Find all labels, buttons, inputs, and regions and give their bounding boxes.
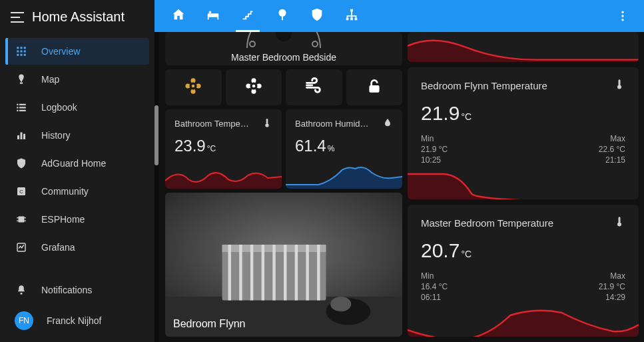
mini-chart-humid xyxy=(286,161,402,189)
svg-rect-1 xyxy=(21,47,23,49)
svg-rect-64 xyxy=(619,80,621,86)
wind-button[interactable] xyxy=(286,69,342,105)
max-val: 21.9 °C xyxy=(599,282,625,291)
lock-open-icon xyxy=(366,77,383,97)
svg-rect-12 xyxy=(17,107,18,108)
svg-rect-11 xyxy=(19,104,26,105)
min-label: Min xyxy=(421,134,448,143)
scrollbar-thumb[interactable] xyxy=(155,105,159,165)
bedside-label: Master Bedroom Bedside xyxy=(172,52,396,63)
chart-icon xyxy=(15,129,28,142)
svg-rect-15 xyxy=(19,110,26,111)
top-chart-card[interactable] xyxy=(408,32,639,62)
nav-item-history[interactable]: History xyxy=(5,122,149,149)
thermometer-icon xyxy=(262,117,272,130)
fan-button-1[interactable] xyxy=(165,69,222,105)
tab-security[interactable] xyxy=(301,0,333,32)
bathroom-temp-card[interactable]: Bathroom Tempe… 23.9°C xyxy=(165,109,282,189)
nav-list: Overview Map Logbook History AdGuard Hom… xyxy=(0,34,155,265)
nav-item-logbook[interactable]: Logbook xyxy=(5,94,149,121)
nav-item-notifications[interactable]: Notifications xyxy=(5,277,149,303)
min-time: 10:25 xyxy=(421,155,448,165)
tab-garden[interactable] xyxy=(266,0,298,32)
water-icon xyxy=(382,117,393,130)
nav-bottom: Notifications FN Franck Nijhof xyxy=(0,273,155,341)
svg-point-40 xyxy=(621,19,623,21)
gauge-icon xyxy=(172,32,396,49)
mini-chart-temp xyxy=(165,161,282,189)
fan-button-2[interactable] xyxy=(226,69,282,105)
stairs-icon xyxy=(240,7,255,25)
nav-label: Notifications xyxy=(41,285,92,295)
svg-point-43 xyxy=(276,32,292,41)
nav-item-map[interactable]: Map xyxy=(5,66,149,93)
nav-label: Community xyxy=(41,186,89,197)
svg-rect-21 xyxy=(19,217,25,223)
tree-icon xyxy=(275,7,290,25)
nav-item-esphome[interactable]: ESPHome xyxy=(5,206,149,233)
column-right: Bedroom Flynn Temperature 21.9°C Min 21.… xyxy=(408,32,639,337)
svg-point-65 xyxy=(617,85,621,89)
tab-bedroom[interactable] xyxy=(197,0,229,32)
svg-rect-8 xyxy=(24,54,26,56)
camera-label: Bedroom Flynn xyxy=(173,318,246,330)
max-time: 21:15 xyxy=(605,155,625,165)
bell-icon xyxy=(15,283,28,297)
network-icon xyxy=(344,7,359,25)
svg-rect-6 xyxy=(17,54,19,56)
menu-dots-icon[interactable] xyxy=(609,9,636,23)
tab-network[interactable] xyxy=(336,0,368,32)
svg-rect-46 xyxy=(369,85,379,93)
svg-rect-28 xyxy=(208,13,219,17)
nav-label: Grafana xyxy=(41,242,75,253)
svg-rect-35 xyxy=(346,18,349,21)
fan-icon xyxy=(244,77,263,98)
svg-rect-10 xyxy=(17,104,18,105)
nav-item-grafana[interactable]: Grafana xyxy=(5,234,149,261)
svg-rect-14 xyxy=(17,110,18,111)
sensor-title: Bathroom Humid… xyxy=(295,119,369,129)
svg-point-67 xyxy=(617,223,621,227)
card-value: 21.9°C xyxy=(421,102,625,125)
nav-item-overview[interactable]: Overview xyxy=(5,38,149,65)
scrollbar[interactable] xyxy=(155,32,159,342)
camera-card[interactable]: Bedroom Flynn xyxy=(165,193,402,337)
wind-icon xyxy=(304,77,323,98)
svg-rect-47 xyxy=(266,119,268,124)
bed-icon xyxy=(206,7,220,25)
shield-icon xyxy=(15,157,28,170)
topbar xyxy=(155,0,644,32)
sidebar: Home Assistant Overview Map Logbook Hist… xyxy=(0,0,155,342)
master-temp-card[interactable]: Master Bedroom Temperature 20.7°C Min 16… xyxy=(408,205,639,337)
sensor-value: 61.4% xyxy=(295,137,393,155)
menu-icon[interactable] xyxy=(11,12,24,23)
bathroom-humid-card[interactable]: Bathroom Humid… 61.4% xyxy=(286,109,402,189)
dashboard-icon xyxy=(15,45,28,58)
lock-button[interactable] xyxy=(346,69,403,105)
content: Master Bedroom Bedside xyxy=(155,32,644,342)
svg-point-42 xyxy=(312,41,318,47)
minmax: Min 16.4 °C 06:11 Max 21.9 °C 14:29 xyxy=(421,271,625,302)
svg-rect-9 xyxy=(20,83,23,84)
min-label: Min xyxy=(421,271,448,281)
bedside-card[interactable]: Master Bedroom Bedside xyxy=(165,32,402,65)
nav-label: History xyxy=(41,130,71,141)
chart-master xyxy=(408,306,639,337)
nav-label: ESPHome xyxy=(41,214,85,225)
tab-stairs[interactable] xyxy=(232,0,264,32)
nav-item-user[interactable]: FN Franck Nijhof xyxy=(5,305,149,337)
thermometer-icon xyxy=(613,215,625,230)
tab-home[interactable] xyxy=(162,0,194,32)
svg-point-39 xyxy=(621,15,623,17)
svg-rect-33 xyxy=(282,16,283,20)
entity-button-row xyxy=(165,69,402,105)
svg-rect-29 xyxy=(208,17,209,20)
app-title: Home Assistant xyxy=(32,9,125,25)
svg-rect-4 xyxy=(21,51,23,53)
flynn-temp-card[interactable]: Bedroom Flynn Temperature 21.9°C Min 21.… xyxy=(408,67,639,199)
svg-text:C: C xyxy=(19,189,23,195)
home-icon xyxy=(171,7,186,25)
nav-item-adguard[interactable]: AdGuard Home xyxy=(5,150,149,177)
nav-item-community[interactable]: C Community xyxy=(5,178,149,205)
nav-label: Logbook xyxy=(41,102,77,113)
